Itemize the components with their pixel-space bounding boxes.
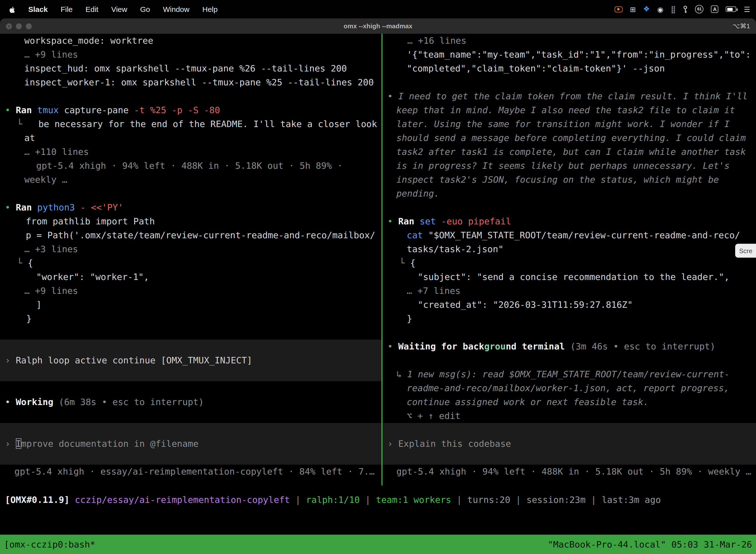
- key-icon[interactable]: [683, 5, 688, 13]
- menu-item-slack[interactable]: Slack: [28, 5, 48, 13]
- screen: SlackFileEditViewGoWindowHelp ⊞ ❖ ◉ ⣿ 61…: [0, 0, 756, 554]
- terminal-line: cat "$OMX_TEAM_STATE_ROOT/team/review-cu…: [382, 228, 756, 242]
- battery-icon[interactable]: [726, 6, 737, 12]
- terminal-line: [382, 326, 756, 340]
- status-segment: |: [451, 494, 467, 505]
- terminal-line: … +9 lines: [0, 48, 381, 62]
- terminal-line: task2 after task1 is complete, but can I…: [382, 145, 756, 159]
- menu-bar-status-icons: ⊞ ❖ ◉ ⣿ 61 A ☰: [615, 5, 750, 13]
- terminal-line: └ {: [382, 256, 756, 270]
- terminal-line: ⌥ + ↑ edit: [382, 409, 756, 423]
- terminal-line: pending.: [382, 187, 756, 201]
- terminal-line: ↳ 1 new msg(s): read $OMX_TEAM_STATE_ROO…: [382, 367, 756, 381]
- status-segment: [OMX#0.11.9]: [5, 494, 69, 505]
- terminal-line: … +3 lines: [0, 242, 381, 256]
- traffic-lights: ×: [6, 18, 32, 34]
- terminal-line: }: [382, 312, 756, 326]
- terminal-line: … +110 lines: [0, 145, 381, 159]
- terminal-line: "worker": "worker-1",: [0, 270, 381, 284]
- menu-lines-icon[interactable]: ☰: [744, 6, 750, 13]
- terminal-line: "created_at": "2026-03-31T11:59:27.816Z": [382, 298, 756, 312]
- terminal-line: [0, 89, 381, 103]
- zoom-button[interactable]: [26, 23, 32, 29]
- grid-app-icon[interactable]: ⊞: [630, 6, 636, 13]
- menu-item-go[interactable]: Go: [140, 5, 150, 13]
- terminal-line: [382, 201, 756, 214]
- input-source-icon[interactable]: A: [711, 5, 718, 13]
- terminal-line: p = Path('.omx/state/team/review-current…: [0, 228, 381, 242]
- window-shortcut-hint: ⌥⌘1: [733, 22, 750, 30]
- terminal-line: [0, 326, 381, 340]
- blue-app-icon[interactable]: ❖: [643, 5, 650, 13]
- screen-recording-icon[interactable]: [615, 6, 623, 12]
- terminal[interactable]: workspace_mode: worktree… +9 linesinspec…: [0, 34, 756, 554]
- terminal-line: from pathlib import Path: [0, 214, 381, 228]
- screen-edge-overlay-label: Scre: [739, 247, 752, 255]
- circle-app-icon[interactable]: ◉: [657, 6, 663, 13]
- terminal-line: should send a message before completing …: [382, 131, 756, 145]
- window-title-bar[interactable]: × omx --xhigh --madmax ⌥⌘1: [0, 18, 756, 34]
- status-segment: |: [510, 494, 526, 505]
- terminal-line: ]: [0, 298, 381, 312]
- terminal-line: gpt-5.4 xhigh · 94% left · 488K in · 5.1…: [382, 465, 756, 479]
- terminal-line: [0, 381, 381, 395]
- tmux-host-clock-label: "MacBook-Pro-44.local" 05:03 31-Mar-26: [548, 537, 752, 551]
- menu-items: SlackFileEditViewGoWindowHelp: [28, 5, 217, 13]
- terminal-line: • I need to get the claim token from the…: [382, 89, 756, 103]
- terminal-line: … +9 lines: [0, 284, 381, 298]
- status-segment: |: [290, 494, 306, 505]
- tmux-pane-left[interactable]: workspace_mode: worktree… +9 linesinspec…: [0, 34, 381, 480]
- terminal-line: [382, 451, 756, 465]
- status-segment: team:1 workers: [376, 494, 451, 505]
- terminal-line: … +16 lines: [382, 34, 756, 48]
- terminal-line: inspect_hud: omx sparkshell --tmux-pane …: [0, 62, 381, 75]
- terminal-line: … +7 lines: [382, 284, 756, 298]
- tmux-pane-right[interactable]: … +16 lines'{"team_name":"my-team","task…: [382, 34, 756, 480]
- status-segment: turns:20: [467, 494, 510, 505]
- status-segment: last:3m ago: [602, 494, 661, 505]
- menu-item-window[interactable]: Window: [163, 5, 189, 13]
- terminal-line: › Ralph loop active continue [OMX_TMUX_I…: [0, 353, 381, 367]
- terminal-line: workspace_mode: worktree: [0, 34, 381, 48]
- menu-item-help[interactable]: Help: [202, 5, 218, 13]
- terminal-line: readme-and-reco/mailbox/worker-1.json, a…: [382, 381, 756, 395]
- terminal-line: is in progress? It seems likely but perh…: [382, 159, 756, 173]
- tmux-session-label: [omx-cczip0:bash*: [4, 537, 95, 551]
- terminal-window: × omx --xhigh --madmax ⌥⌘1 workspace_mod…: [0, 18, 756, 554]
- terminal-line: '{"team_name":"my-team","task_id":"1","f…: [382, 48, 756, 62]
- terminal-line: "subject": "send a concise recommendatio…: [382, 270, 756, 284]
- status-segment: |: [360, 494, 376, 505]
- menu-bar: SlackFileEditViewGoWindowHelp ⊞ ❖ ◉ ⣿ 61…: [0, 0, 756, 18]
- status-segment: ralph:1/10: [306, 494, 360, 505]
- terminal-line: later. Using the same for transition mig…: [382, 117, 756, 131]
- menu-item-view[interactable]: View: [111, 5, 127, 13]
- status-segment: [69, 494, 75, 505]
- close-button[interactable]: ×: [6, 23, 12, 29]
- terminal-line: [382, 75, 756, 89]
- battery-percent-icon[interactable]: 61: [695, 5, 704, 13]
- terminal-line: [0, 409, 381, 423]
- terminal-line: [0, 187, 381, 201]
- terminal-line: tasks/task-2.json": [382, 242, 756, 256]
- menu-bar-left: SlackFileEditViewGoWindowHelp: [9, 5, 217, 13]
- terminal-line: [382, 423, 756, 437]
- window-title: omx --xhigh --madmax: [343, 22, 412, 30]
- apple-menu-icon[interactable]: [9, 5, 15, 13]
- terminal-line: }: [0, 312, 381, 326]
- screen-edge-overlay[interactable]: Scre: [735, 244, 756, 258]
- terminal-line: gpt-5.4 xhigh · 94% left · 488K in · 5.1…: [0, 159, 381, 173]
- terminal-line: weekly …: [0, 173, 381, 187]
- terminal-line: • Ran python3 - <<'PY': [0, 201, 381, 214]
- terminal-line: at: [0, 131, 381, 145]
- menu-item-edit[interactable]: Edit: [85, 5, 99, 13]
- terminal-line: [0, 340, 381, 353]
- terminal-line: gpt-5.4 xhigh · essay/ai-reimplementatio…: [0, 465, 381, 479]
- dots-grid-icon[interactable]: ⣿: [671, 6, 676, 13]
- terminal-line: inspect_worker-1: omx sparkshell --tmux-…: [0, 75, 381, 89]
- minimize-button[interactable]: [16, 23, 22, 29]
- terminal-line: continue assigned work or next feasible …: [382, 395, 756, 409]
- menu-item-file[interactable]: File: [61, 5, 72, 13]
- terminal-line: • Waiting for background terminal (3m 46…: [382, 340, 756, 353]
- terminal-line: "completed","claim_token":"claim-token"}…: [382, 62, 756, 75]
- terminal-line: [0, 367, 381, 381]
